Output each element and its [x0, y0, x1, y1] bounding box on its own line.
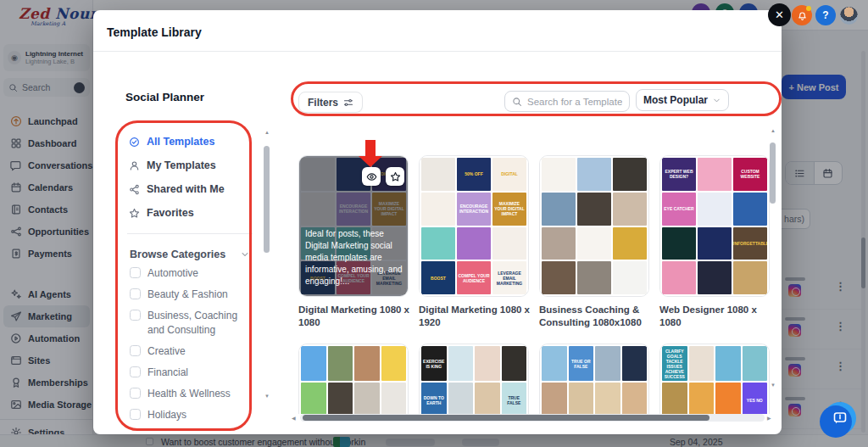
menu-item-shared-with-me[interactable]: Shared with Me [129, 177, 252, 201]
template-card-web-designer-1080-x-1080[interactable]: EXPERT WEB DESIGN?CUSTOM WEBSITEEYE CATC… [659, 155, 770, 297]
template-thumb-tile [569, 383, 594, 414]
support-chat-button[interactable] [824, 402, 856, 434]
template-card-digital-marketing-1080-x-1920[interactable]: 50% OFFDIGITALENCOURAGE INTERACTIONMAXIM… [419, 155, 529, 297]
template-card[interactable]: CLARIFY GOALS TACKLE ISSUES ACHIEVE SUCC… [659, 344, 770, 414]
help-icon[interactable]: ? [815, 5, 836, 25]
sort-value: Most Popular [643, 94, 708, 106]
template-thumb-tile: DIGITAL [492, 158, 526, 191]
template-thumb-tile [492, 227, 526, 260]
template-thumb-tile [622, 346, 648, 381]
category-label: Financial [147, 366, 188, 379]
template-card-business-coaching-consulting-1080x1080[interactable] [539, 155, 649, 297]
panel-divider [127, 233, 253, 234]
checkbox[interactable] [130, 310, 141, 321]
user-avatar[interactable] [840, 7, 858, 25]
template-card[interactable]: EXERCISE IS KINGDOWN TO EARTHTRUE FALSE [419, 344, 529, 414]
scroll-up-arrow[interactable]: ▲ [771, 128, 776, 133]
chevron-down-icon [240, 249, 250, 260]
panel-scrollbar[interactable] [264, 137, 270, 400]
category-business-coaching-and-consulting[interactable]: Business, Coaching and Consulting [130, 309, 255, 336]
template-title: Digital Marketing 1080 x 1920 [419, 304, 531, 329]
template-thumb-tile [542, 261, 576, 294]
preview-eye-button[interactable] [362, 167, 381, 186]
sliders-icon [343, 98, 353, 108]
category-holidays[interactable]: Holidays [130, 408, 255, 422]
checkbox[interactable] [130, 409, 141, 420]
notifications-bell-icon[interactable] [792, 5, 812, 25]
template-search-input[interactable] [527, 97, 622, 107]
template-thumb-tile [689, 346, 715, 381]
checkbox[interactable] [130, 388, 141, 399]
template-thumb-tile: TRUE FALSE [502, 383, 527, 414]
sort-dropdown[interactable]: Most Popular [636, 89, 729, 111]
category-creative[interactable]: Creative [130, 344, 255, 358]
template-thumb-tile [542, 346, 567, 381]
template-thumb-tile [354, 383, 380, 414]
template-library-modal: Template Library Social Planner All Temp… [93, 10, 782, 434]
template-thumb-tile [613, 261, 647, 294]
category-health-wellness[interactable]: Health & Wellness [130, 387, 255, 400]
template-thumb-tile: CUSTOM WEBSITE [733, 158, 767, 191]
template-thumb-tile: 50% OFF [457, 158, 491, 191]
scroll-down-arrow[interactable]: ▼ [264, 394, 270, 399]
template-card[interactable]: TRUE OR FALSE [539, 344, 649, 414]
modal-close-button[interactable]: ✕ [768, 3, 791, 26]
category-financial[interactable]: Financial [130, 366, 255, 379]
template-thumb-tile [743, 346, 768, 381]
checkbox[interactable] [130, 366, 141, 377]
template-thumb-tile [381, 383, 407, 414]
category-beauty-fashion[interactable]: Beauty & Fashion [130, 288, 255, 301]
header-divider [93, 51, 782, 52]
template-thumb-tile [542, 158, 576, 191]
template-card-digital-marketing-1080-x-1080[interactable]: DIGITALENCOURAGE INTERACTIONMAXIMIZE YOU… [298, 155, 409, 297]
scroll-up-arrow[interactable]: ▲ [264, 130, 270, 135]
chevron-down-icon [712, 96, 721, 105]
menu-item-label: My Templates [147, 159, 216, 171]
grid-scrollbar-vertical[interactable] [770, 136, 776, 390]
browse-categories-toggle[interactable]: Browse Categories [130, 249, 250, 260]
template-thumb-tile [577, 261, 611, 294]
filters-button[interactable]: Filters [298, 92, 363, 113]
template-thumb-tile: LEVERAGE EMAIL MARKETING [492, 261, 526, 294]
scroll-right-arrow[interactable]: ▶ [767, 415, 771, 421]
star-icon [129, 208, 140, 219]
template-title: Web Designer 1080 x 1080 [659, 304, 771, 329]
template-thumb-tile [328, 383, 353, 414]
category-checkbox-list: AutomotiveBeauty & FashionBusiness, Coac… [130, 266, 255, 430]
template-thumb-tile [689, 383, 715, 414]
menu-item-favorites[interactable]: Favorites [129, 201, 252, 225]
template-thumb-tile [595, 383, 620, 414]
category-label: Business, Coaching and Consulting [147, 309, 255, 336]
scroll-down-arrow[interactable]: ▼ [771, 383, 776, 388]
category-automotive[interactable]: Automotive [130, 266, 255, 280]
template-thumb-tile [622, 383, 648, 414]
category-label: Beauty & Fashion [147, 288, 228, 301]
menu-item-all-templates[interactable]: All Templates [129, 130, 252, 154]
filters-label: Filters [308, 97, 338, 109]
template-thumb-tile [448, 346, 474, 381]
checkbox[interactable] [130, 288, 141, 299]
category-label: Automotive [147, 266, 198, 280]
favorite-star-button[interactable] [386, 167, 404, 186]
template-card[interactable] [298, 344, 409, 414]
grid-scrollbar-horizontal[interactable] [300, 414, 765, 422]
template-thumb-tile: EYE CATCHER [662, 193, 696, 226]
checkbox[interactable] [130, 345, 141, 356]
template-thumb-tile [613, 193, 647, 226]
template-thumb-tile: BOOST [421, 261, 455, 294]
category-label: Creative [147, 344, 186, 358]
template-thumb-tile [662, 261, 696, 294]
checkbox[interactable] [130, 267, 141, 278]
template-thumb-tile: UNFORGETTABLE [733, 227, 767, 260]
template-thumb-tile: EXERCISE IS KING [421, 346, 447, 381]
template-thumb-tile [698, 158, 732, 191]
menu-item-label: Shared with Me [147, 183, 225, 195]
template-thumb-tile [457, 227, 491, 260]
template-thumb-tile [698, 227, 732, 260]
menu-item-my-templates[interactable]: My Templates [129, 154, 252, 177]
template-thumb-tile: EXPERT WEB DESIGN? [662, 158, 696, 191]
scroll-left-arrow[interactable]: ◀ [292, 415, 296, 421]
template-description: Ideal for posts, these Digital Marketing… [305, 228, 403, 288]
person-icon [129, 160, 140, 171]
template-thumb-tile [577, 193, 611, 226]
